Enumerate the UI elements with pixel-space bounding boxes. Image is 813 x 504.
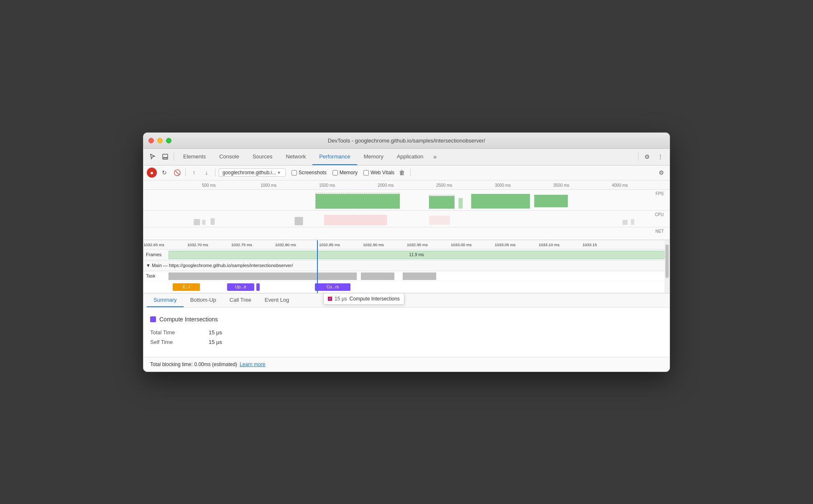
timeline-area: 500 ms 1000 ms 1500 ms 2000 ms 2500 ms 3… bbox=[143, 181, 670, 240]
ts-6: 1032.95 ms bbox=[407, 242, 428, 247]
toolbar-divider-3 bbox=[410, 169, 411, 176]
tab-elements[interactable]: Elements bbox=[176, 148, 212, 165]
maximize-button[interactable] bbox=[166, 138, 171, 143]
more-tabs-button[interactable]: » bbox=[430, 153, 440, 160]
minimize-button[interactable] bbox=[157, 138, 163, 143]
tick-2500: 2500 ms bbox=[436, 183, 452, 188]
svg-rect-15 bbox=[622, 220, 627, 225]
cursor-icon[interactable] bbox=[147, 151, 159, 163]
trash-button[interactable]: 🗑 bbox=[397, 168, 407, 178]
event-cors[interactable]: Co...rs bbox=[315, 283, 350, 291]
frames-content: 11.9 ms bbox=[169, 249, 670, 260]
scrollbar-track[interactable] bbox=[665, 240, 670, 293]
frames-row: Frames 11.9 ms bbox=[143, 249, 670, 260]
ts-0: 1032.65 ms bbox=[143, 242, 164, 247]
toolbar-settings-icon[interactable]: ⚙ bbox=[656, 168, 666, 178]
web-vitals-checkbox[interactable] bbox=[363, 170, 369, 176]
tick-3000: 3000 ms bbox=[495, 183, 511, 188]
event-upe[interactable]: Up...e bbox=[227, 283, 254, 291]
tab-application[interactable]: Application bbox=[390, 148, 430, 165]
svg-rect-14 bbox=[429, 216, 450, 225]
event-small-purple bbox=[256, 283, 260, 291]
summary-self-time-row: Self Time 15 μs bbox=[150, 339, 663, 345]
event-upe-label: Up...e bbox=[235, 285, 246, 289]
task-bar-3 bbox=[403, 272, 436, 280]
dock-icon[interactable] bbox=[159, 151, 171, 163]
tab-bottom-up[interactable]: Bottom-Up bbox=[184, 293, 223, 307]
nav-divider-1 bbox=[174, 153, 174, 161]
toolbar-right: ⚙ bbox=[656, 168, 666, 178]
more-options-icon[interactable]: ⋮ bbox=[654, 151, 666, 163]
tab-performance[interactable]: Performance bbox=[312, 148, 357, 165]
toolbar-divider-1 bbox=[185, 169, 186, 176]
memory-label: Memory bbox=[340, 170, 358, 176]
footer-bar: Total blocking time: 0.00ms (estimated) … bbox=[143, 357, 670, 372]
cpu-graph bbox=[177, 211, 665, 227]
devtools-window: DevTools - googlechrome.github.io/sample… bbox=[143, 132, 670, 372]
nav-right: ⚙ ⋮ bbox=[641, 151, 666, 163]
timeline-ruler: 500 ms 1000 ms 1500 ms 2000 ms 2500 ms 3… bbox=[143, 181, 670, 190]
svg-rect-6 bbox=[534, 195, 568, 207]
self-time-value: 15 μs bbox=[209, 339, 222, 345]
download-button[interactable]: ↓ bbox=[202, 168, 212, 178]
scrollbar-thumb[interactable] bbox=[665, 244, 669, 278]
url-value: googlechrome.github.i... bbox=[222, 170, 276, 176]
settings-icon[interactable]: ⚙ bbox=[641, 151, 653, 163]
tooltip: 15 μs Compute Intersections bbox=[323, 293, 404, 305]
svg-rect-5 bbox=[471, 194, 530, 209]
memory-checkbox[interactable] bbox=[332, 170, 338, 176]
svg-rect-11 bbox=[210, 218, 215, 225]
blocking-time-text: Total blocking time: 0.00ms (estimated) bbox=[150, 361, 237, 367]
timestamps-row: 1032.65 ms 1032.70 ms 1032.75 ms 1032.80… bbox=[143, 240, 670, 249]
tooltip-label: Compute Intersections bbox=[350, 296, 400, 302]
tick-4000: 4000 ms bbox=[612, 183, 628, 188]
tab-network[interactable]: Network bbox=[279, 148, 313, 165]
ts-7: 1033.00 ms bbox=[451, 242, 472, 247]
svg-rect-12 bbox=[294, 217, 303, 225]
tab-summary[interactable]: Summary bbox=[147, 293, 184, 307]
svg-rect-2 bbox=[316, 194, 400, 209]
learn-more-link[interactable]: Learn more bbox=[240, 361, 265, 367]
task-row: Task bbox=[143, 271, 670, 281]
main-header-text: ▼ Main — https://googlechrome.github.io/… bbox=[146, 263, 293, 268]
nav-tabs: Elements Console Sources Network Perform… bbox=[176, 148, 636, 165]
upload-button[interactable]: ↑ bbox=[189, 168, 199, 178]
total-time-value: 15 μs bbox=[209, 329, 222, 336]
tab-console[interactable]: Console bbox=[212, 148, 246, 165]
devtools-body: Elements Console Sources Network Perform… bbox=[143, 149, 670, 372]
clear-button[interactable]: 🚫 bbox=[172, 168, 182, 178]
screenshots-checkbox-group[interactable]: Screenshots bbox=[291, 170, 327, 176]
screenshots-label: Screenshots bbox=[299, 170, 327, 176]
tooltip-color-box bbox=[328, 297, 332, 301]
toolbar: ● ↻ 🚫 ↑ ↓ googlechrome.github.i... ▾ Scr… bbox=[143, 165, 670, 181]
tab-event-log[interactable]: Event Log bbox=[258, 293, 296, 307]
memory-checkbox-group[interactable]: Memory bbox=[332, 170, 358, 176]
frame-block[interactable]: 11.9 ms bbox=[169, 251, 665, 259]
event-el-label: E...l bbox=[183, 285, 190, 289]
url-selector[interactable]: googlechrome.github.i... ▾ bbox=[219, 168, 286, 177]
events-row: E...l Up...e Co...rs 15 μs Compute Inter… bbox=[143, 281, 670, 293]
tab-memory[interactable]: Memory bbox=[357, 148, 390, 165]
screenshots-checkbox[interactable] bbox=[291, 170, 297, 176]
url-dropdown-icon: ▾ bbox=[278, 170, 280, 176]
summary-total-time-row: Total Time 15 μs bbox=[150, 329, 663, 336]
timeline-cursor bbox=[317, 240, 318, 293]
event-el[interactable]: E...l bbox=[173, 283, 200, 291]
tooltip-time: 15 μs bbox=[335, 296, 347, 302]
svg-rect-10 bbox=[202, 220, 205, 225]
title-bar: DevTools - googlechrome.github.io/sample… bbox=[143, 133, 670, 149]
ts-5: 1032.90 ms bbox=[363, 242, 384, 247]
panel-content: Compute Intersections Total Time 15 μs S… bbox=[143, 308, 670, 357]
ts-2: 1032.75 ms bbox=[231, 242, 252, 247]
task-bar-1 bbox=[169, 272, 357, 280]
record-button[interactable]: ● bbox=[147, 168, 157, 178]
tick-1000: 1000 ms bbox=[261, 183, 276, 188]
tab-sources[interactable]: Sources bbox=[246, 148, 279, 165]
tab-call-tree[interactable]: Call Tree bbox=[223, 293, 258, 307]
web-vitals-checkbox-group[interactable]: Web Vitals bbox=[363, 170, 394, 176]
reload-button[interactable]: ↻ bbox=[159, 168, 169, 178]
svg-rect-13 bbox=[324, 215, 387, 225]
detail-area: 1032.65 ms 1032.70 ms 1032.75 ms 1032.80… bbox=[143, 240, 670, 293]
close-button[interactable] bbox=[148, 138, 154, 143]
tick-3500: 3500 ms bbox=[553, 183, 569, 188]
